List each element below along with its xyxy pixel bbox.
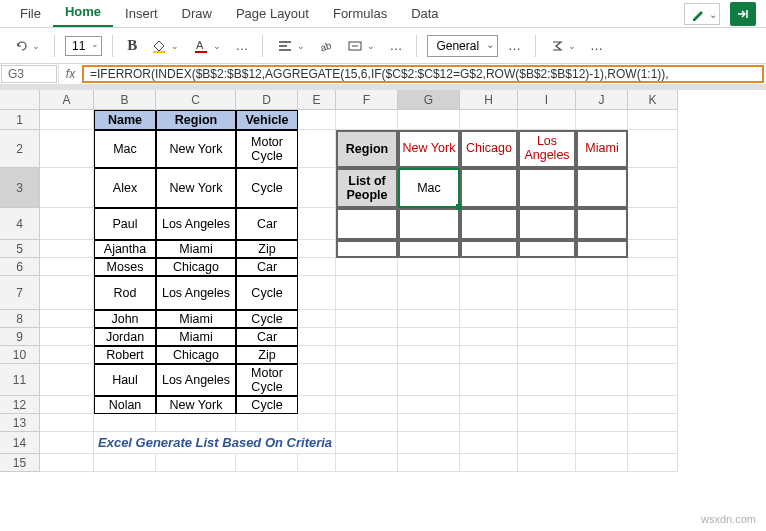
cell-B15[interactable]: [94, 454, 156, 472]
cell-A12[interactable]: [40, 396, 94, 414]
cell-I3[interactable]: [518, 168, 576, 208]
cell-K9[interactable]: [628, 328, 678, 346]
cell-A7[interactable]: [40, 276, 94, 310]
cell-D6[interactable]: Car: [236, 258, 298, 276]
cell-B3[interactable]: Alex: [94, 168, 156, 208]
more-font[interactable]: …: [231, 36, 252, 55]
cell-A11[interactable]: [40, 364, 94, 396]
cell-I2[interactable]: Los Angeles: [518, 130, 576, 168]
cell-J2[interactable]: Miami: [576, 130, 628, 168]
cell-J10[interactable]: [576, 346, 628, 364]
cell-I5[interactable]: [518, 240, 576, 258]
cell-C8[interactable]: Miami: [156, 310, 236, 328]
cell-F5[interactable]: [336, 240, 398, 258]
cell-C2[interactable]: New York: [156, 130, 236, 168]
column-header-A[interactable]: A: [40, 90, 94, 110]
cell-I10[interactable]: [518, 346, 576, 364]
cell-J3[interactable]: [576, 168, 628, 208]
cell-K14[interactable]: [628, 432, 678, 454]
cell-F14[interactable]: [336, 432, 398, 454]
cell-K15[interactable]: [628, 454, 678, 472]
fx-button[interactable]: fx: [58, 64, 82, 84]
cell-H8[interactable]: [460, 310, 518, 328]
row-header-6[interactable]: 6: [0, 258, 40, 276]
column-header-I[interactable]: I: [518, 90, 576, 110]
cell-A13[interactable]: [40, 414, 94, 432]
cell-J1[interactable]: [576, 110, 628, 130]
cell-I1[interactable]: [518, 110, 576, 130]
cell-J8[interactable]: [576, 310, 628, 328]
cell-J13[interactable]: [576, 414, 628, 432]
cell-G15[interactable]: [398, 454, 460, 472]
cell-J6[interactable]: [576, 258, 628, 276]
cell-H1[interactable]: [460, 110, 518, 130]
cell-D5[interactable]: Zip: [236, 240, 298, 258]
cell-J11[interactable]: [576, 364, 628, 396]
cell-A2[interactable]: [40, 130, 94, 168]
cell-K13[interactable]: [628, 414, 678, 432]
cell-E9[interactable]: [298, 328, 336, 346]
tab-file[interactable]: File: [8, 1, 53, 27]
cell-H5[interactable]: [460, 240, 518, 258]
cell-F9[interactable]: [336, 328, 398, 346]
cell-C4[interactable]: Los Angeles: [156, 208, 236, 240]
cell-G5[interactable]: [398, 240, 460, 258]
cell-I8[interactable]: [518, 310, 576, 328]
row-header-1[interactable]: 1: [0, 110, 40, 130]
cell-F13[interactable]: [336, 414, 398, 432]
cell-C7[interactable]: Los Angeles: [156, 276, 236, 310]
column-header-J[interactable]: J: [576, 90, 628, 110]
cell-E2[interactable]: [298, 130, 336, 168]
cell-E7[interactable]: [298, 276, 336, 310]
cell-I9[interactable]: [518, 328, 576, 346]
number-format-select[interactable]: General: [427, 35, 498, 57]
cell-E1[interactable]: [298, 110, 336, 130]
column-header-D[interactable]: D: [236, 90, 298, 110]
cell-C9[interactable]: Miami: [156, 328, 236, 346]
cell-I7[interactable]: [518, 276, 576, 310]
cell-F3[interactable]: List of People: [336, 168, 398, 208]
cell-D7[interactable]: Cycle: [236, 276, 298, 310]
cell-C13[interactable]: [156, 414, 236, 432]
cell-G4[interactable]: [398, 208, 460, 240]
cell-I6[interactable]: [518, 258, 576, 276]
cell-K11[interactable]: [628, 364, 678, 396]
row-header-13[interactable]: 13: [0, 414, 40, 432]
cell-A6[interactable]: [40, 258, 94, 276]
cell-B13[interactable]: [94, 414, 156, 432]
cell-H15[interactable]: [460, 454, 518, 472]
row-header-3[interactable]: 3: [0, 168, 40, 208]
cell-E10[interactable]: [298, 346, 336, 364]
tab-formulas[interactable]: Formulas: [321, 1, 399, 27]
cell-H6[interactable]: [460, 258, 518, 276]
merge-button[interactable]: [343, 37, 379, 55]
cell-F1[interactable]: [336, 110, 398, 130]
cell-G10[interactable]: [398, 346, 460, 364]
cell-H12[interactable]: [460, 396, 518, 414]
bold-button[interactable]: B: [123, 35, 141, 56]
column-header-K[interactable]: K: [628, 90, 678, 110]
cell-K10[interactable]: [628, 346, 678, 364]
cell-H4[interactable]: [460, 208, 518, 240]
draw-pen-dropdown[interactable]: [684, 3, 720, 25]
cell-I14[interactable]: [518, 432, 576, 454]
cell-E15[interactable]: [298, 454, 336, 472]
cell-A1[interactable]: [40, 110, 94, 130]
cell-I13[interactable]: [518, 414, 576, 432]
cell-K2[interactable]: [628, 130, 678, 168]
cell-K4[interactable]: [628, 208, 678, 240]
cell-D12[interactable]: Cycle: [236, 396, 298, 414]
cell-K1[interactable]: [628, 110, 678, 130]
cell-D10[interactable]: Zip: [236, 346, 298, 364]
cell-A3[interactable]: [40, 168, 94, 208]
column-header-H[interactable]: H: [460, 90, 518, 110]
tab-page-layout[interactable]: Page Layout: [224, 1, 321, 27]
cell-B4[interactable]: Paul: [94, 208, 156, 240]
cell-C1[interactable]: Region: [156, 110, 236, 130]
cell-K8[interactable]: [628, 310, 678, 328]
cell-G12[interactable]: [398, 396, 460, 414]
autosum-button[interactable]: [546, 37, 580, 55]
cell-F12[interactable]: [336, 396, 398, 414]
cell-H10[interactable]: [460, 346, 518, 364]
cell-J5[interactable]: [576, 240, 628, 258]
